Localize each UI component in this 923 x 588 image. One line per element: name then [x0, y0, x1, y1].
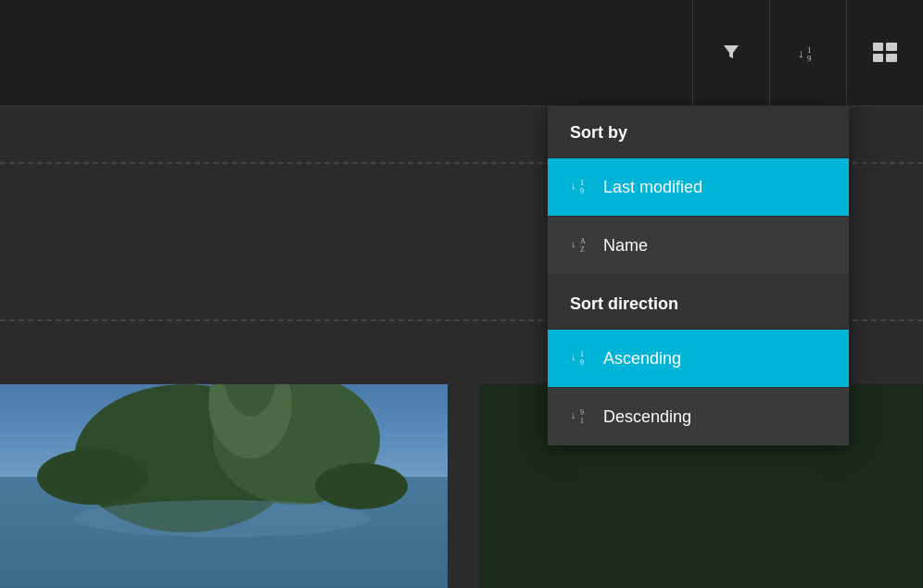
sort-19-icon-ascending: ↓ 1 9	[570, 346, 590, 370]
mountain-illustration	[0, 384, 448, 551]
svg-text:↓: ↓	[571, 238, 576, 249]
svg-text:1: 1	[580, 417, 584, 425]
svg-point-11	[37, 449, 148, 505]
filter-icon	[720, 42, 742, 64]
svg-text:↓: ↓	[571, 180, 576, 191]
svg-text:Z: Z	[580, 245, 585, 254]
ascending-label: Ascending	[603, 349, 681, 369]
filter-button[interactable]	[692, 0, 769, 106]
last-modified-label: Last modified	[603, 178, 702, 197]
svg-point-13	[74, 500, 371, 537]
direction-option-descending[interactable]: ↓ 9 1 Descending	[548, 387, 849, 445]
svg-text:↓: ↓	[571, 351, 576, 362]
svg-rect-5	[873, 54, 883, 62]
svg-rect-4	[886, 43, 897, 51]
svg-text:9: 9	[580, 358, 584, 367]
sort-19-icon: ↓ 1 9	[796, 41, 820, 65]
sort-option-last-modified[interactable]: ↓ 1 9 Last modified	[548, 157, 849, 216]
sort-91-icon-descending: ↓ 9 1	[570, 405, 590, 429]
svg-text:9: 9	[580, 187, 584, 195]
svg-text:↓: ↓	[571, 409, 576, 420]
toolbar-icons: ↓ 1 9	[692, 0, 923, 106]
grid-view-button[interactable]	[846, 0, 923, 106]
svg-text:9: 9	[807, 54, 812, 63]
descending-label: Descending	[603, 407, 691, 427]
svg-text:1: 1	[580, 179, 584, 187]
sort-19-icon-last-modified: ↓ 1 9	[570, 175, 590, 199]
svg-point-12	[315, 463, 408, 509]
svg-text:A: A	[580, 237, 586, 245]
toolbar: ↓ 1 9	[0, 0, 923, 106]
svg-rect-6	[886, 54, 897, 62]
svg-rect-3	[873, 43, 883, 51]
sort-dropdown: Sort by ↓ 1 9 Last modified ↓ A Z Name S…	[548, 106, 849, 445]
grid-icon	[873, 43, 897, 63]
sort-by-header: Sort by	[548, 106, 849, 157]
svg-text:1: 1	[580, 350, 584, 358]
name-label: Name	[603, 236, 648, 256]
sort-direction-header: Sort direction	[548, 278, 849, 329]
direction-option-ascending[interactable]: ↓ 1 9 Ascending	[548, 329, 849, 387]
photo-left	[0, 384, 448, 588]
sort-az-icon-name: ↓ A Z	[570, 233, 590, 257]
svg-text:↓: ↓	[798, 46, 804, 60]
svg-text:9: 9	[580, 408, 584, 417]
sort-option-name[interactable]: ↓ A Z Name	[548, 216, 849, 274]
sort-button[interactable]: ↓ 1 9	[769, 0, 846, 106]
